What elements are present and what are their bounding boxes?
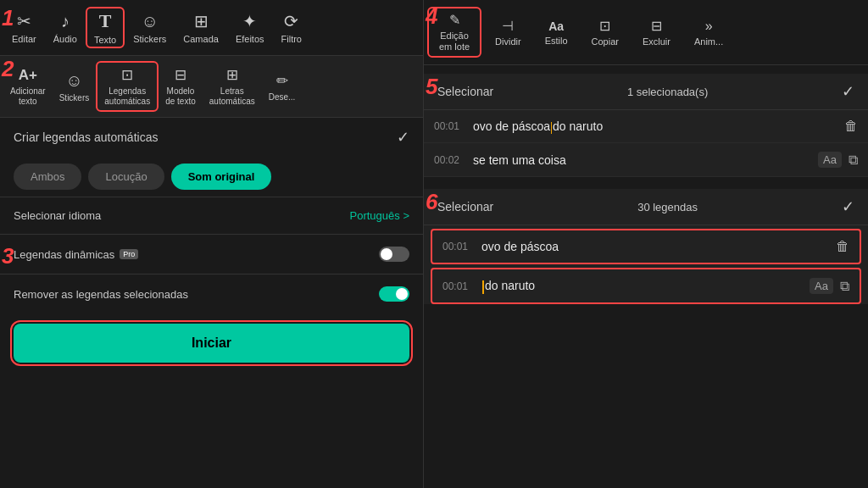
copy-btn-2[interactable]: ⧉ — [849, 152, 858, 168]
remover-legendas-label: Remover as legendas selecionadas — [14, 288, 188, 301]
toolbar-letras[interactable]: ⊞ Letrasautomáticas — [203, 63, 262, 110]
music-icon: ♪ — [61, 12, 70, 31]
right-toolbar: ✎ Ediçãoem lote ⊣ Dividir Aa Estilo ⊡ Co… — [424, 0, 868, 65]
toolbar-legendas[interactable]: ⊡ Legendasautomáticas — [96, 61, 159, 112]
tab-som-original[interactable]: Som original — [171, 164, 272, 190]
editar-label: Editar — [12, 34, 36, 44]
toolbar-modelo[interactable]: ⊟ Modelode texto — [159, 63, 203, 110]
letras-label: Letrasautomáticas — [209, 86, 255, 107]
legendas-dinamicas-toggle[interactable] — [379, 247, 409, 262]
style-icon: Aa — [548, 19, 564, 33]
iniciar-button[interactable]: Iniciar — [14, 324, 409, 363]
tab-ambos[interactable]: Ambos — [14, 164, 81, 190]
toolbar-texto[interactable]: T Texto — [86, 7, 125, 48]
pro-badge: Pro — [120, 249, 138, 259]
caption-text-1[interactable]: ovo de páscoado naruto — [473, 119, 836, 133]
scissors-icon: ✂ — [17, 11, 31, 31]
section6-count: 30 legendas — [637, 201, 698, 214]
toolbar-stickers2[interactable]: ☺ Stickers — [53, 68, 97, 106]
style-btn-2[interactable]: Aa — [818, 152, 842, 168]
step3-label: 3 — [2, 243, 14, 269]
toolbar-audio[interactable]: ♪ Áudio — [45, 8, 86, 47]
selecionar-idioma-row: Selecionar idioma Português > — [0, 197, 423, 234]
check-icon[interactable]: ✓ — [397, 128, 409, 147]
sticker2-icon: ☺ — [65, 71, 82, 91]
add-text-icon: A+ — [19, 67, 37, 84]
split-icon: ⊣ — [502, 18, 514, 34]
caption-actions-2: Aa ⧉ — [818, 152, 858, 168]
sticker-icon: ☺ — [142, 12, 159, 31]
delete-caption-1[interactable]: 🗑 — [844, 119, 858, 134]
section6-wrapper: 6 Selecionar 30 legendas ✓ 00:01 ovo de … — [424, 186, 868, 308]
toolbar-row1: ✂ Editar ♪ Áudio T Texto ☺ Stickers ⊞ Ca… — [0, 0, 423, 56]
draw-icon: ✏ — [276, 72, 288, 90]
toolbar-filtro[interactable]: ⟳ Filtro — [273, 8, 310, 47]
toolbar-stickers[interactable]: ☺ Stickers — [125, 8, 175, 47]
caption-row-1: 00:01 ovo de páscoado naruto 🗑 — [424, 110, 868, 143]
copiar-btn[interactable]: ⊡ Copiar — [581, 14, 629, 50]
toolbar-efeitos[interactable]: ✦ Efeitos — [227, 8, 273, 47]
toggle-knob — [381, 248, 392, 260]
criar-legendas-title: Criar legendas automáticas — [14, 130, 158, 144]
caption-actions-1: 🗑 — [844, 119, 858, 134]
step6-label: 6 — [426, 189, 437, 215]
texto-label: Texto — [94, 35, 116, 45]
style-btn-6-2[interactable]: Aa — [810, 278, 833, 294]
delete-caption-6-1[interactable]: 🗑 — [836, 239, 849, 254]
dividir-label: Dividir — [495, 36, 521, 47]
section5-check[interactable]: ✓ — [842, 82, 854, 101]
anim-btn[interactable]: » Anim... — [684, 15, 733, 50]
toolbar-camada[interactable]: ⊞ Camada — [175, 8, 227, 47]
dese-label: Dese... — [269, 92, 296, 102]
section5-count: 1 selecionada(s) — [627, 86, 708, 98]
efeitos-label: Efeitos — [236, 34, 264, 44]
caption-text-2[interactable]: se tem uma coisa — [473, 153, 810, 167]
layer-icon: ⊞ — [194, 11, 209, 31]
copiar-label: Copiar — [592, 36, 619, 47]
section5-wrapper: 5 Selecionar 1 selecionada(s) ✓ 00:01 ov… — [424, 70, 868, 180]
excluir-btn[interactable]: ⊟ Excluir — [632, 14, 681, 50]
anim-label: Anim... — [694, 36, 723, 47]
caption-time-6-2: 00:01 — [442, 280, 473, 292]
filter-icon: ⟳ — [284, 11, 298, 31]
text-icon: T — [99, 10, 112, 32]
edicao-label: Ediçãoem lote — [439, 30, 470, 53]
idioma-value[interactable]: Português > — [350, 209, 409, 222]
section6-header: Selecionar 30 legendas ✓ — [424, 189, 868, 225]
legendas-label: Legendasautomáticas — [104, 86, 150, 107]
remover-legendas-row: Remover as legendas selecionadas — [0, 274, 423, 313]
toolbar-row2: A+ Adicionartexto ☺ Stickers ⊡ Legendasa… — [0, 56, 423, 118]
main-content: Criar legendas automáticas ✓ 3 Ambos Loc… — [0, 118, 423, 488]
camada-label: Camada — [183, 34, 219, 44]
estilo-label: Estilo — [545, 36, 568, 46]
dividir-btn[interactable]: ⊣ Dividir — [485, 14, 531, 50]
tab-locucao[interactable]: Locução — [88, 164, 164, 190]
anim-icon: » — [705, 19, 713, 34]
caption-actions-6-1: 🗑 — [836, 239, 849, 254]
step2-label: 2 — [2, 56, 14, 82]
estilo-btn[interactable]: Aa Estilo — [535, 16, 578, 49]
section6-check[interactable]: ✓ — [842, 197, 854, 216]
caption-actions-6-2: Aa ⧉ — [810, 278, 849, 294]
excluir-label: Excluir — [643, 36, 670, 47]
toolbar-dese[interactable]: ✏ Dese... — [262, 69, 303, 105]
captions-icon: ⊡ — [121, 66, 133, 84]
caption-text-6-2[interactable]: do naruto — [481, 279, 801, 293]
section5-box: Selecionar 1 selecionada(s) ✓ 00:01 ovo … — [424, 74, 868, 177]
caption-text-6-1[interactable]: ovo de páscoa — [481, 240, 827, 253]
copy-btn-6-2[interactable]: ⧉ — [840, 279, 849, 294]
copy-icon: ⊡ — [599, 18, 610, 34]
caption-time-6-1: 00:01 — [442, 241, 473, 252]
step4-label: 4 — [426, 3, 437, 30]
adicionar-label: Adicionartexto — [10, 86, 46, 107]
caption-time-1: 00:01 — [434, 120, 465, 132]
text-cursor — [551, 122, 552, 134]
section6-title: Selecionar — [437, 200, 493, 214]
yellow-cursor — [482, 280, 484, 294]
remover-legendas-toggle[interactable] — [379, 286, 409, 302]
section6-box: Selecionar 30 legendas ✓ 00:01 ovo de pá… — [424, 189, 868, 304]
filtro-label: Filtro — [281, 34, 302, 44]
caption-row-6-2: 00:01 do naruto Aa ⧉ — [431, 268, 861, 304]
step1-label: 1 — [2, 5, 14, 31]
audio-label: Áudio — [53, 34, 77, 44]
